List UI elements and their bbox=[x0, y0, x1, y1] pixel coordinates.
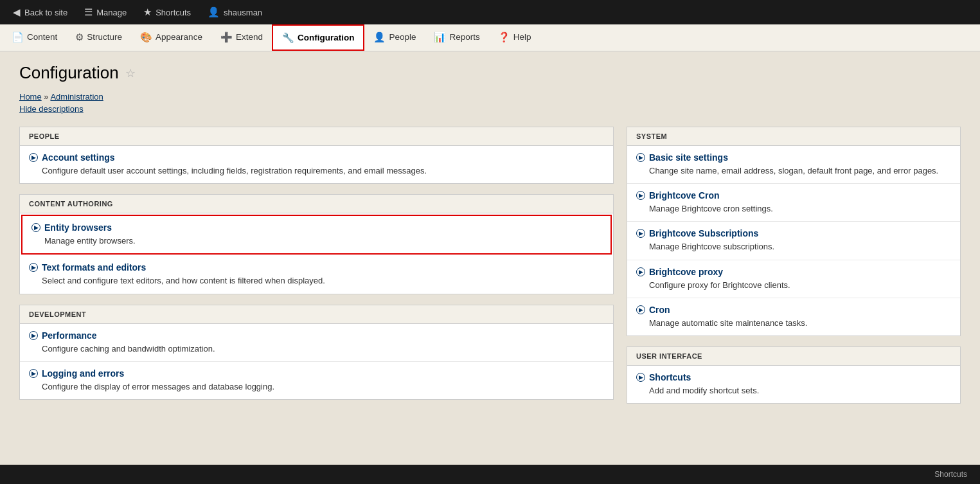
extend-icon: ➕ bbox=[220, 31, 233, 43]
breadcrumb-sep: » bbox=[44, 92, 50, 102]
shortcuts-label: Shortcuts bbox=[156, 8, 191, 17]
brightcove-cron-link[interactable]: Brightcove Cron bbox=[649, 190, 720, 201]
help-icon: ❓ bbox=[498, 31, 510, 43]
item-logging-errors: ▶ Logging and errors Configure the displ… bbox=[20, 362, 613, 399]
brightcove-cron-desc: Manage Brightcove cron settings. bbox=[649, 203, 951, 215]
star-icon: ★ bbox=[143, 6, 152, 18]
arrow-icon: ▶ bbox=[31, 223, 40, 232]
structure-icon: ⚙ bbox=[75, 31, 84, 43]
brightcove-subscriptions-link[interactable]: Brightcove Subscriptions bbox=[649, 228, 758, 238]
back-to-site-button[interactable]: ◀ Back to site bbox=[5, 0, 75, 24]
content-icon: 📄 bbox=[12, 31, 24, 43]
shortcuts-desc: Add and modify shortcut sets. bbox=[649, 385, 951, 397]
page-title: Configuration bbox=[19, 63, 119, 83]
user-button[interactable]: 👤 shausman bbox=[200, 0, 270, 24]
shortcuts-link[interactable]: Shortcuts bbox=[649, 372, 691, 382]
section-header-user-interface: USER INTERFACE bbox=[627, 347, 960, 366]
basic-site-settings-link[interactable]: Basic site settings bbox=[649, 152, 728, 163]
nav-item-structure[interactable]: ⚙ Structure bbox=[66, 24, 131, 51]
nav-label-reports: Reports bbox=[449, 32, 479, 42]
back-to-site-label: Back to site bbox=[24, 8, 67, 17]
breadcrumb-admin[interactable]: Administration bbox=[50, 92, 103, 102]
nav-item-extend[interactable]: ➕ Extend bbox=[211, 24, 272, 51]
main-content: PEOPLE ▶ Account settings Configure defa… bbox=[0, 120, 980, 427]
nav-item-people[interactable]: 👤 People bbox=[364, 24, 425, 51]
manage-icon: ☰ bbox=[84, 6, 93, 18]
cron-link[interactable]: Cron bbox=[649, 305, 670, 315]
section-header-content-authoring: CONTENT AUTHORING bbox=[20, 195, 613, 213]
text-formats-link[interactable]: Text formats and editors bbox=[42, 262, 146, 273]
arrow-icon: ▶ bbox=[636, 305, 645, 314]
item-performance: ▶ Performance Configure caching and band… bbox=[20, 324, 613, 362]
arrow-icon: ▶ bbox=[29, 263, 38, 272]
nav-label-structure: Structure bbox=[87, 32, 122, 42]
arrow-icon: ▶ bbox=[29, 369, 38, 378]
nav-label-appearance: Appearance bbox=[156, 32, 202, 42]
manage-button[interactable]: ☰ Manage bbox=[76, 0, 134, 24]
shortcuts-button[interactable]: ★ Shortcuts bbox=[136, 0, 199, 24]
basic-site-settings-desc: Change site name, email address, slogan,… bbox=[649, 165, 951, 177]
arrow-icon: ▶ bbox=[636, 229, 645, 238]
appearance-icon: 🎨 bbox=[140, 31, 152, 43]
cron-desc: Manage automatic site maintenance tasks. bbox=[649, 318, 951, 329]
hide-descriptions-link[interactable]: Hide descriptions bbox=[0, 103, 980, 120]
item-brightcove-proxy: ▶ Brightcove proxy Configure proxy for B… bbox=[627, 260, 960, 298]
item-brightcove-subscriptions: ▶ Brightcove Subscriptions Manage Bright… bbox=[627, 222, 960, 260]
section-content-authoring: CONTENT AUTHORING ▶ Entity browsers Mana… bbox=[19, 194, 614, 294]
performance-desc: Configure caching and bandwidth optimiza… bbox=[42, 343, 604, 355]
arrow-icon: ▶ bbox=[29, 331, 38, 340]
brightcove-subscriptions-desc: Manage Brightcove subscriptions. bbox=[649, 241, 951, 253]
item-basic-site-settings: ▶ Basic site settings Change site name, … bbox=[627, 146, 960, 184]
brightcove-proxy-link[interactable]: Brightcove proxy bbox=[649, 267, 723, 277]
nav-label-people: People bbox=[389, 32, 416, 42]
performance-link[interactable]: Performance bbox=[42, 330, 97, 341]
bookmark-icon[interactable]: ☆ bbox=[125, 66, 136, 80]
entity-browsers-desc: Manage entity browsers. bbox=[44, 235, 601, 247]
section-user-interface: USER INTERFACE ▶ Shortcuts Add and modif… bbox=[627, 346, 961, 404]
item-cron: ▶ Cron Manage automatic site maintenance… bbox=[627, 298, 960, 336]
page-header: Configuration ☆ bbox=[0, 51, 980, 89]
account-settings-desc: Configure default user account settings,… bbox=[42, 165, 604, 177]
nav-item-help[interactable]: ❓ Help bbox=[489, 24, 540, 51]
people-icon: 👤 bbox=[373, 31, 386, 43]
arrow-icon: ▶ bbox=[636, 373, 645, 382]
section-header-system: SYSTEM bbox=[627, 127, 960, 146]
section-system: SYSTEM ▶ Basic site settings Change site… bbox=[627, 127, 961, 336]
logging-errors-desc: Configure the display of error messages … bbox=[42, 381, 604, 393]
left-column: PEOPLE ▶ Account settings Configure defa… bbox=[19, 127, 614, 414]
section-people: PEOPLE ▶ Account settings Configure defa… bbox=[19, 127, 614, 184]
account-settings-link[interactable]: Account settings bbox=[42, 152, 115, 163]
breadcrumb-area: Home » Administration bbox=[0, 89, 980, 103]
arrow-icon: ▶ bbox=[636, 153, 645, 162]
nav-label-extend: Extend bbox=[236, 32, 263, 42]
nav-label-configuration: Configuration bbox=[298, 33, 354, 42]
nav-item-appearance[interactable]: 🎨 Appearance bbox=[131, 24, 211, 51]
arrow-icon: ▶ bbox=[636, 267, 645, 276]
nav-label-help: Help bbox=[513, 32, 531, 42]
item-shortcuts: ▶ Shortcuts Add and modify shortcut sets… bbox=[627, 366, 960, 403]
section-development: DEVELOPMENT ▶ Performance Configure cach… bbox=[19, 305, 614, 400]
text-formats-desc: Select and configure text editors, and h… bbox=[42, 275, 604, 287]
user-icon: 👤 bbox=[208, 6, 220, 18]
logging-errors-link[interactable]: Logging and errors bbox=[42, 368, 124, 379]
nav-item-reports[interactable]: 📊 Reports bbox=[425, 24, 488, 51]
item-entity-browsers: ▶ Entity browsers Manage entity browsers… bbox=[21, 215, 612, 255]
user-label: shausman bbox=[224, 8, 262, 17]
nav-label-content: Content bbox=[27, 32, 57, 42]
configuration-icon: 🔧 bbox=[282, 32, 294, 44]
entity-browsers-link[interactable]: Entity browsers bbox=[44, 222, 112, 233]
nav-item-content[interactable]: 📄 Content bbox=[3, 24, 66, 51]
section-header-people: PEOPLE bbox=[20, 127, 613, 146]
manage-label: Manage bbox=[96, 8, 127, 17]
breadcrumb: Home » Administration bbox=[19, 92, 961, 102]
arrow-icon: ▶ bbox=[636, 191, 645, 200]
arrow-icon: ▶ bbox=[29, 153, 38, 162]
section-header-development: DEVELOPMENT bbox=[20, 305, 613, 324]
nav-item-configuration[interactable]: 🔧 Configuration bbox=[272, 24, 364, 51]
breadcrumb-home[interactable]: Home bbox=[19, 92, 42, 102]
admin-bar: ◀ Back to site ☰ Manage ★ Shortcuts 👤 sh… bbox=[0, 0, 980, 24]
brightcove-proxy-desc: Configure proxy for Brightcove clients. bbox=[649, 280, 951, 291]
arrow-left-icon: ◀ bbox=[13, 6, 21, 18]
item-account-settings: ▶ Account settings Configure default use… bbox=[20, 146, 613, 183]
secondary-nav: 📄 Content ⚙ Structure 🎨 Appearance ➕ Ext… bbox=[0, 24, 980, 51]
